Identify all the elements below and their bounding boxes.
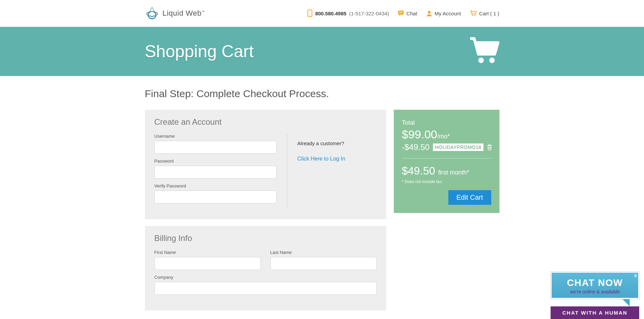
first-name-input[interactable] <box>154 257 261 270</box>
header-nav: 800.580.4985 (1-517-322-0434) Chat My Ac… <box>307 10 499 17</box>
promo-code: HOLIDAYPROMO18 <box>433 143 483 151</box>
create-account-panel: Create an Account Username Password <box>145 110 386 219</box>
billing-panel: Billing Info First Name Last Name Compan… <box>145 226 386 310</box>
svg-rect-4 <box>398 11 404 15</box>
phone-number: 800.580.4985 (1-517-322-0434) <box>315 11 389 16</box>
chat-close-button[interactable]: x <box>634 273 637 278</box>
last-name-label: Last Name <box>270 250 377 255</box>
password-label: Password <box>154 158 277 164</box>
cart-icon <box>470 10 477 16</box>
account-link[interactable]: My Account <box>426 10 461 16</box>
banner: Shopping Cart <box>0 27 644 76</box>
phone-link[interactable]: 800.580.4985 (1-517-322-0434) <box>307 10 389 17</box>
discount-amount: -$49.50 <box>402 142 430 152</box>
chat-label: Chat <box>406 11 417 16</box>
discount-row: -$49.50 HOLIDAYPROMO18 <box>402 142 491 152</box>
final-amount: $49.50 first month* <box>402 165 491 177</box>
chat-pointer-icon <box>622 299 630 306</box>
remove-promo-button[interactable] <box>487 144 492 150</box>
last-name-input[interactable] <box>270 257 377 270</box>
header: Liquid Web™ 800.580.4985 (1-517-322-0434… <box>0 0 644 27</box>
total-amount: $99.00/mo* <box>402 128 491 141</box>
billing-heading: Billing Info <box>154 233 377 243</box>
svg-point-8 <box>472 15 474 16</box>
company-input[interactable] <box>154 282 377 295</box>
user-icon <box>426 10 432 16</box>
already-customer-text: Already a customer? <box>297 140 376 146</box>
cart-count: Cart ( 1 ) <box>479 11 499 16</box>
company-label: Company <box>154 275 377 280</box>
cart-link[interactable]: Cart ( 1 ) <box>470 10 499 16</box>
cart-large-icon <box>469 37 499 66</box>
create-account-heading: Create an Account <box>154 117 377 127</box>
account-label: My Account <box>435 11 461 16</box>
page-title: Final Step: Complete Checkout Process. <box>145 88 499 100</box>
logo-icon <box>145 6 159 20</box>
order-summary: Total $99.00/mo* -$49.50 HOLIDAYPROMO18 … <box>394 110 499 213</box>
first-name-label: First Name <box>154 250 261 255</box>
svg-point-9 <box>475 15 476 16</box>
edit-cart-button[interactable]: Edit Cart <box>448 190 491 205</box>
phone-icon <box>307 10 313 17</box>
logo[interactable]: Liquid Web™ <box>145 6 205 20</box>
svg-point-10 <box>478 58 484 63</box>
svg-point-11 <box>489 58 495 63</box>
chat-icon <box>398 10 404 16</box>
svg-point-3 <box>310 15 310 16</box>
verify-password-input[interactable] <box>154 191 277 203</box>
chat-now-title: CHAT NOW <box>555 277 635 288</box>
username-input[interactable] <box>154 141 277 154</box>
svg-point-7 <box>428 11 431 14</box>
main: Final Step: Complete Checkout Process. C… <box>0 76 644 319</box>
password-input[interactable] <box>154 166 277 179</box>
tax-note: * Does not include tax. <box>402 179 491 184</box>
trash-icon <box>487 144 492 150</box>
verify-password-label: Verify Password <box>154 183 277 188</box>
username-label: Username <box>154 134 277 139</box>
chat-now-box[interactable]: x CHAT NOW we're online & available <box>551 272 639 299</box>
chat-widget: x CHAT NOW we're online & available CHAT… <box>551 272 639 319</box>
total-label: Total <box>402 119 491 126</box>
chat-human-button[interactable]: CHAT WITH A HUMAN <box>551 306 639 319</box>
chat-now-subtitle: we're online & available <box>555 289 635 294</box>
login-link[interactable]: Click Here to Log In <box>297 156 345 162</box>
svg-point-1 <box>148 12 155 19</box>
chat-link[interactable]: Chat <box>398 10 417 16</box>
banner-title: Shopping Cart <box>145 42 254 61</box>
logo-text: Liquid Web™ <box>163 9 205 18</box>
